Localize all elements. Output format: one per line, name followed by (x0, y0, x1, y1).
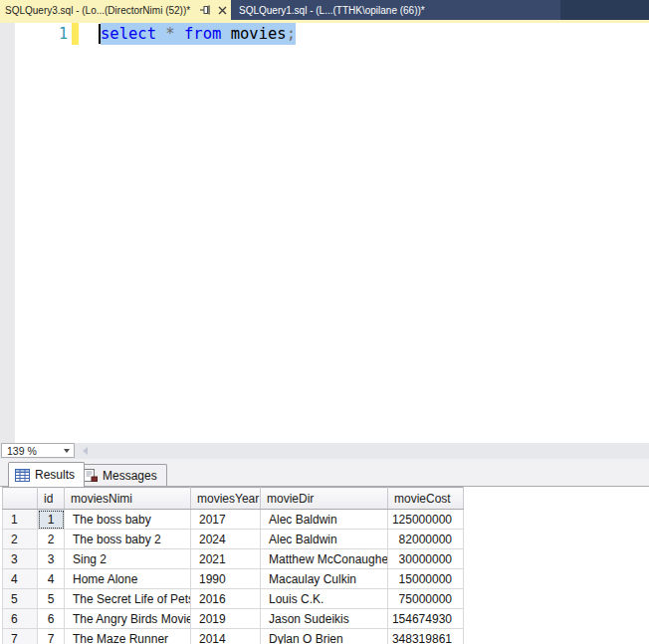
line-number: 1 (40, 23, 68, 45)
grid-cell[interactable]: 2 (38, 530, 65, 549)
grid-cell[interactable]: 348319861 (388, 629, 464, 644)
grid-cell[interactable]: 2019 (191, 609, 261, 629)
grid-cell[interactable]: Macaulay Culkin (261, 569, 388, 589)
grid-cell[interactable]: Alec Baldwin (261, 530, 388, 549)
zoom-level-value: 139 % (2, 445, 64, 457)
grid-cell[interactable]: The Angry Birds Movie 2 (65, 609, 191, 629)
tab-results[interactable]: Results (8, 462, 85, 487)
horizontal-scrollbar[interactable]: 139 % (0, 443, 649, 459)
zoom-level-combo[interactable]: 139 % (1, 443, 75, 458)
code-editor[interactable]: 1 select * from movies; (0, 23, 649, 443)
grid-header-row: idmoviesNimimoviesYearmovieDirmovieCost (3, 488, 464, 510)
grid-cell[interactable]: 1 (38, 510, 65, 530)
grid-cell[interactable]: 2014 (191, 629, 261, 644)
table-row: 11The boss baby2017Alec Baldwin125000000 (3, 510, 464, 530)
results-pane-tab-strip: Results Messages (0, 459, 649, 487)
table-row: 77The Maze Runner2014Dylan O Brien348319… (3, 629, 464, 644)
tab-messages[interactable]: Messages (77, 464, 167, 486)
grid-cell[interactable]: Louis C.K. (261, 589, 388, 609)
grid-row-header[interactable]: 1 (3, 510, 38, 530)
grid-cell[interactable]: 1990 (191, 569, 261, 589)
grid-column-header[interactable]: id (38, 488, 65, 510)
code-token: movies (231, 25, 287, 43)
grid-cell[interactable]: The boss baby (65, 510, 191, 530)
grid-cell[interactable]: 6 (38, 609, 65, 629)
grid-cell[interactable]: Matthew McConaughey (261, 549, 388, 569)
table-row: 44Home Alone1990Macaulay Culkin15000000 (3, 569, 464, 589)
grid-row-header[interactable]: 6 (3, 609, 38, 629)
ssms-window: SQLQuery3.sql - (Lo...(DirectorNimi (52)… (0, 0, 649, 644)
grid-cell[interactable]: 2024 (191, 530, 261, 549)
grid-column-header[interactable]: moviesYear (191, 488, 261, 510)
grid-cell[interactable]: 2017 (191, 510, 261, 530)
grid-row-header[interactable]: 4 (3, 569, 38, 589)
grid-cell[interactable]: Alec Baldwin (261, 510, 388, 530)
grid-cell[interactable]: The boss baby 2 (65, 530, 191, 549)
code-token (221, 25, 230, 43)
code-token: from (184, 25, 221, 43)
grid-column-header[interactable]: moviesNimi (65, 488, 191, 510)
code-text: select * from movies; (99, 23, 296, 45)
grid-cell[interactable]: 4 (38, 569, 65, 589)
code-token (175, 25, 184, 43)
grid-column-header[interactable]: movieCost (388, 488, 464, 510)
table-row: 55The Secret Life of Pets2016Louis C.K.7… (3, 589, 464, 609)
grid-row-header[interactable]: 7 (3, 629, 38, 644)
scroll-left-icon[interactable] (83, 447, 88, 455)
grid-row-header[interactable]: 5 (3, 589, 38, 609)
grid-cell[interactable]: 82000000 (388, 530, 464, 549)
code-line-1: 1 select * from movies; (0, 23, 649, 45)
grid-cell[interactable]: Dylan O Brien (261, 629, 388, 644)
code-token: * (165, 25, 174, 43)
grid-column-header[interactable]: movieDir (261, 488, 388, 510)
grid-cell[interactable]: 30000000 (388, 549, 464, 569)
tab-messages-label: Messages (103, 469, 157, 483)
grid-cell[interactable]: Sing 2 (65, 549, 191, 569)
sql-selection: select * from movies; (101, 23, 296, 45)
grid-corner-header[interactable] (3, 488, 38, 510)
grid-cell[interactable]: 15000000 (388, 569, 464, 589)
code-token: ; (287, 25, 296, 43)
tab-sqlquery3[interactable]: SQLQuery3.sql - (Lo...(DirectorNimi (52)… (0, 0, 231, 20)
grid-row-header[interactable]: 3 (3, 549, 38, 569)
grid-cell[interactable]: 75000000 (388, 589, 464, 609)
indicator-margin (0, 23, 15, 443)
grid-cell[interactable]: 3 (38, 549, 65, 569)
grid-cell[interactable]: Jason Sudeikis (261, 609, 388, 629)
document-tab-bar: SQLQuery3.sql - (Lo...(DirectorNimi (52)… (0, 0, 649, 20)
tab-sqlquery1[interactable]: SQLQuery1.sql - (L...(TTHK\opilane (66))… (231, 0, 560, 20)
code-token (156, 25, 165, 43)
table-row: 22The boss baby 22024Alec Baldwin8200000… (3, 530, 464, 549)
chevron-down-icon[interactable] (64, 449, 70, 453)
grid-row-header[interactable]: 2 (3, 530, 38, 549)
results-grid-area: idmoviesNimimoviesYearmovieDirmovieCost … (0, 487, 649, 644)
results-grid: idmoviesNimimoviesYearmovieDirmovieCost … (2, 487, 464, 644)
grid-cell[interactable]: Home Alone (65, 569, 191, 589)
grid-body: 11The boss baby2017Alec Baldwin125000000… (3, 510, 464, 644)
grid-cell[interactable]: 2021 (191, 549, 261, 569)
tab-results-label: Results (35, 468, 75, 482)
grid-cell[interactable]: The Maze Runner (65, 629, 191, 644)
table-row: 66The Angry Birds Movie 22019Jason Sudei… (3, 609, 464, 629)
grid-cell[interactable]: The Secret Life of Pets (65, 589, 191, 609)
code-token: select (101, 25, 156, 43)
messages-icon (84, 469, 98, 482)
grid-cell[interactable]: 2016 (191, 589, 261, 609)
grid-cell[interactable]: 5 (38, 589, 65, 609)
close-icon[interactable] (217, 5, 228, 16)
change-tracking-bar (72, 23, 79, 45)
tab-label: SQLQuery3.sql - (Lo...(DirectorNimi (52)… (5, 5, 197, 16)
results-grid-icon (15, 469, 30, 482)
tab-label: SQLQuery1.sql - (L...(TTHK\opilane (66))… (239, 5, 425, 16)
grid-cell[interactable]: 125000000 (388, 510, 464, 530)
grid-cell[interactable]: 7 (38, 629, 65, 644)
pin-icon[interactable] (199, 4, 212, 16)
grid-cell[interactable]: 154674930 (388, 609, 464, 629)
table-row: 33Sing 22021Matthew McConaughey30000000 (3, 549, 464, 569)
